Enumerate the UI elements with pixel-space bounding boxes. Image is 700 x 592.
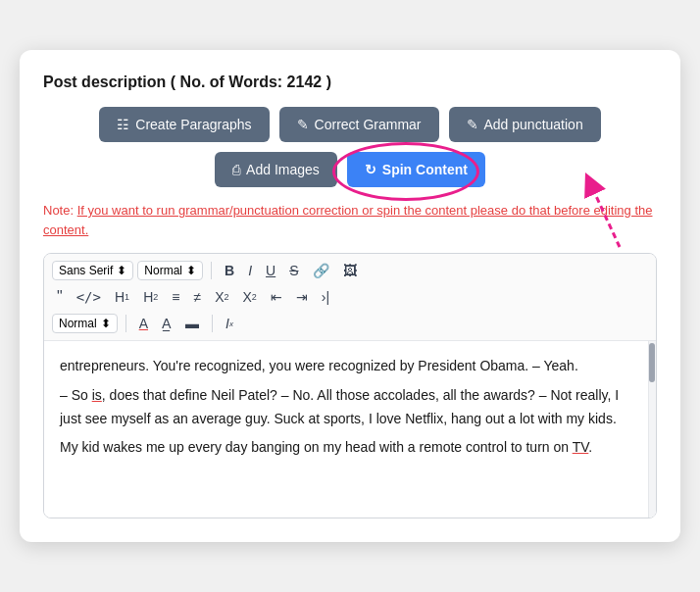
toolbar-separator-1 [211,262,212,279]
content-line-2: – So is, does that define Neil Patel? – … [60,384,640,431]
spin-content-icon: ↻ [365,162,376,177]
scrollbar[interactable] [648,341,656,518]
main-card: Post description ( No. of Words: 2142 ) … [20,50,680,542]
add-punctuation-label: Add punctuation [484,117,583,132]
add-images-label: Add Images [246,162,320,177]
note-prefix: Note: [43,203,77,218]
title-text: Post description [43,74,166,90]
toolbar-row-2: " </> H1 H2 ≡ ≠ X2 X2 ⇤ ⇥ ›| [52,285,648,309]
font-size-select[interactable]: Normal ⬍ [137,261,203,280]
unordered-list-button[interactable]: ≠ [188,286,206,308]
correct-grammar-icon: ✎ [297,117,309,132]
image-button[interactable]: 🖼 [338,260,362,281]
correct-grammar-button[interactable]: ✎ Correct Grammar [279,107,439,142]
font-highlight-button[interactable]: A̲ [157,313,176,334]
italic-button[interactable]: I [243,260,257,281]
content-line-3: My kid wakes me up every day banging on … [60,436,640,460]
toolbar-row-1: Sans Serif ⬍ Normal ⬍ B I U S 🔗 🖼 [52,260,648,281]
buttons-row-1: ☷ Create Paragraphs ✎ Correct Grammar ✎ … [43,107,657,142]
create-paragraphs-button[interactable]: ☷ Create Paragraphs [99,107,269,142]
bold-button[interactable]: B [220,260,239,281]
buttons-row-2: ⎙ Add Images ↻ Spin Content [43,152,657,187]
add-punctuation-button[interactable]: ✎ Add punctuation [449,107,601,142]
note-link[interactable]: If you want to run grammar/punctuation c… [43,203,652,237]
spin-content-button[interactable]: ↻ Spin Content [347,152,485,187]
spin-wrapper: ↻ Spin Content [347,152,485,187]
create-paragraphs-icon: ☷ [117,117,129,132]
font-family-value: Sans Serif [59,264,113,277]
spell-check-tv: TV [573,439,589,455]
h1-button[interactable]: H1 [110,286,134,308]
add-punctuation-icon: ✎ [467,117,478,132]
content-line-1: entrepreneurs. You're recognized, you we… [60,355,640,378]
align-right-button[interactable]: ⇥ [291,286,313,308]
font-color-button[interactable]: A [134,313,153,334]
add-images-icon: ⎙ [232,162,240,177]
size-chevron-icon: ⬍ [186,264,196,277]
post-description-title: Post description ( No. of Words: 2142 ) [43,74,657,91]
editor-content[interactable]: entrepreneurs. You're recognized, you we… [44,341,656,518]
subscript-button[interactable]: X2 [210,286,233,308]
font-family-select[interactable]: Sans Serif ⬍ [52,261,133,280]
font-chevron-icon: ⬍ [117,264,126,277]
buttons-section: ☷ Create Paragraphs ✎ Correct Grammar ✎ … [43,107,657,187]
superscript-button[interactable]: X2 [237,286,261,308]
h2-button[interactable]: H2 [138,286,163,308]
toolbar-separator-3 [212,315,213,332]
normal-format-select[interactable]: Normal ⬍ [52,314,118,333]
toolbar-row-3: Normal ⬍ A A̲ ▬ Ix [52,313,648,334]
normal-chevron-icon: ⬍ [101,317,111,330]
blockquote-button[interactable]: " [52,285,68,309]
editor-toolbar: Sans Serif ⬍ Normal ⬍ B I U S 🔗 🖼 " </> [44,254,656,341]
editor-container: Sans Serif ⬍ Normal ⬍ B I U S 🔗 🖼 " </> [43,253,657,518]
spin-content-label: Spin Content [382,162,468,177]
add-images-button[interactable]: ⎙ Add Images [215,152,337,187]
create-paragraphs-label: Create Paragraphs [135,117,251,132]
underline-button[interactable]: U [261,260,280,281]
ordered-list-button[interactable]: ≡ [167,286,184,308]
font-size-value: Normal [144,264,182,277]
note-section: Note: If you want to run grammar/punctua… [43,201,657,239]
scrollbar-thumb[interactable] [649,343,655,382]
spell-check-is: is [92,387,102,403]
link-button[interactable]: 🔗 [308,260,334,281]
code-button[interactable]: </> [72,286,106,308]
correct-grammar-label: Correct Grammar [315,117,422,132]
word-count: ( No. of Words: 2142 ) [171,74,331,90]
align-left-button[interactable]: ⇤ [266,286,287,308]
more-button[interactable]: ›| [317,286,334,308]
align-center-button[interactable]: ▬ [180,313,204,334]
clear-format-button[interactable]: Ix [221,313,238,334]
normal-format-value: Normal [59,317,97,330]
strikethrough-button[interactable]: S [284,260,303,281]
toolbar-separator-2 [125,315,126,332]
